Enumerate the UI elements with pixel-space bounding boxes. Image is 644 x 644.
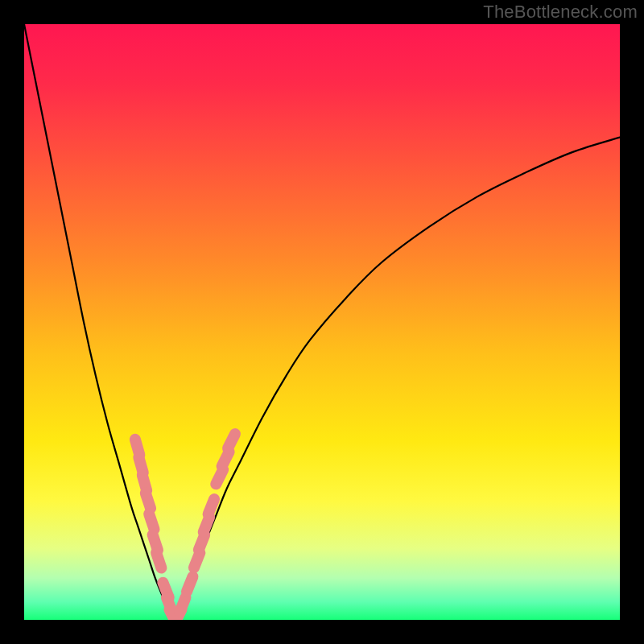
chart-frame: TheBottleneck.com — [0, 0, 644, 644]
chart-canvas — [24, 24, 620, 620]
watermark-text: TheBottleneck.com — [483, 2, 638, 23]
plot-area — [24, 24, 620, 620]
